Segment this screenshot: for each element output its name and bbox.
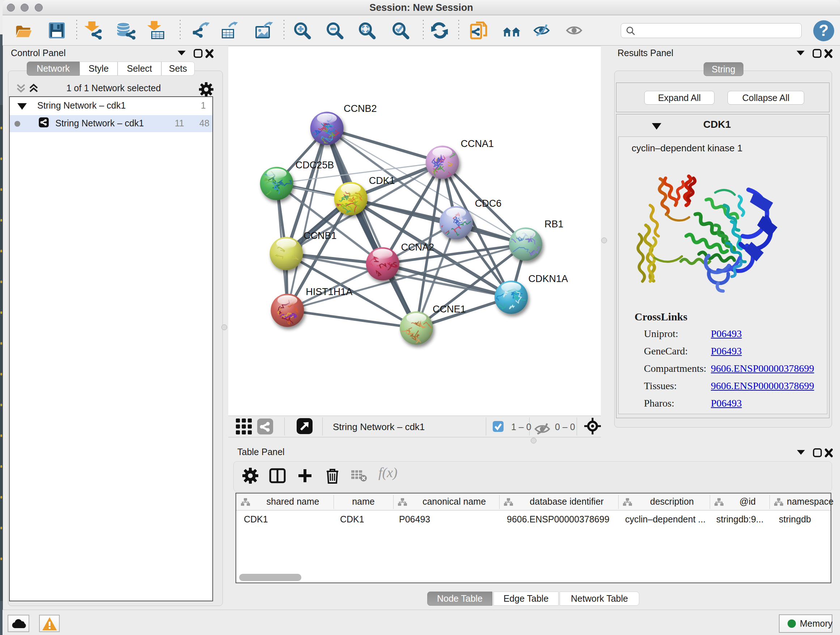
svg-text:CDK1: CDK1 xyxy=(369,175,395,186)
svg-text:CDC6: CDC6 xyxy=(475,198,502,209)
svg-text:CCNA1: CCNA1 xyxy=(461,138,494,149)
svg-text:CCNB2: CCNB2 xyxy=(344,103,377,114)
svg-text:CDKN1A: CDKN1A xyxy=(529,273,568,284)
svg-text:HIST1H1A: HIST1H1A xyxy=(306,287,352,297)
svg-text:RB1: RB1 xyxy=(545,219,564,230)
svg-text:CCNE1: CCNE1 xyxy=(433,304,466,315)
svg-text:CDC25B: CDC25B xyxy=(295,160,334,171)
svg-text:CCNA2: CCNA2 xyxy=(401,242,434,253)
svg-text:CCNB1: CCNB1 xyxy=(303,230,337,241)
svg-text:?: ? xyxy=(819,21,829,39)
